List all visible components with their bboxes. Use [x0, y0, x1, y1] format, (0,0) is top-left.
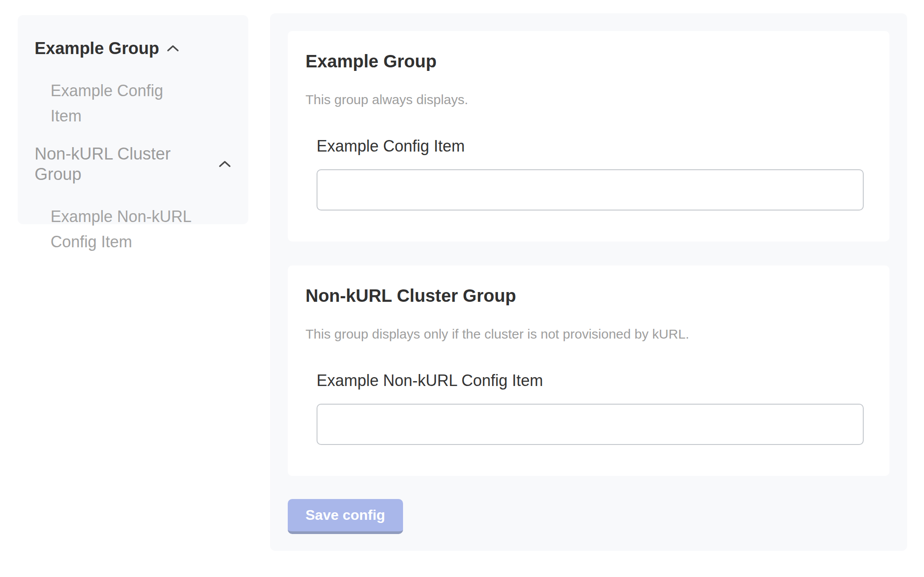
chevron-up-icon[interactable]	[218, 160, 231, 168]
sidebar-item-example-non-kurl-config-item[interactable]: Example Non-kURL Config Item	[51, 204, 197, 254]
sidebar-group-label: Example Group	[35, 38, 159, 58]
sidebar-item-example-config-item[interactable]: Example Config Item	[51, 78, 197, 129]
config-item-label: Example Non-kURL Config Item	[317, 371, 872, 390]
chevron-up-icon[interactable]	[166, 44, 180, 53]
group-title: Non-kURL Cluster Group	[305, 285, 872, 306]
sidebar-group-non-kurl-cluster-group[interactable]: Non-kURL Cluster Group	[35, 144, 231, 184]
config-item-label: Example Config Item	[317, 136, 872, 156]
sidebar-group-label: Non-kURL Cluster Group	[35, 144, 211, 184]
group-description: This group displays only if the cluster …	[305, 326, 872, 343]
config-group-card-non-kurl-cluster-group: Non-kURL Cluster Group This group displa…	[288, 265, 889, 476]
config-group-card-example-group: Example Group This group always displays…	[288, 31, 889, 242]
example-non-kurl-config-item-input[interactable]	[317, 404, 864, 445]
save-config-button[interactable]: Save config	[288, 499, 403, 534]
config-item: Example Non-kURL Config Item	[317, 371, 872, 445]
group-description: This group always displays.	[305, 91, 872, 108]
config-main-panel: Example Group This group always displays…	[270, 13, 907, 551]
config-item: Example Config Item	[317, 136, 872, 211]
save-button-row: Save config	[288, 499, 889, 534]
sidebar-group-example-group[interactable]: Example Group	[35, 38, 231, 58]
example-config-item-input[interactable]	[317, 169, 864, 211]
config-nav-sidebar: Example Group Example Config Item Non-kU…	[18, 15, 248, 224]
group-title: Example Group	[305, 51, 872, 72]
